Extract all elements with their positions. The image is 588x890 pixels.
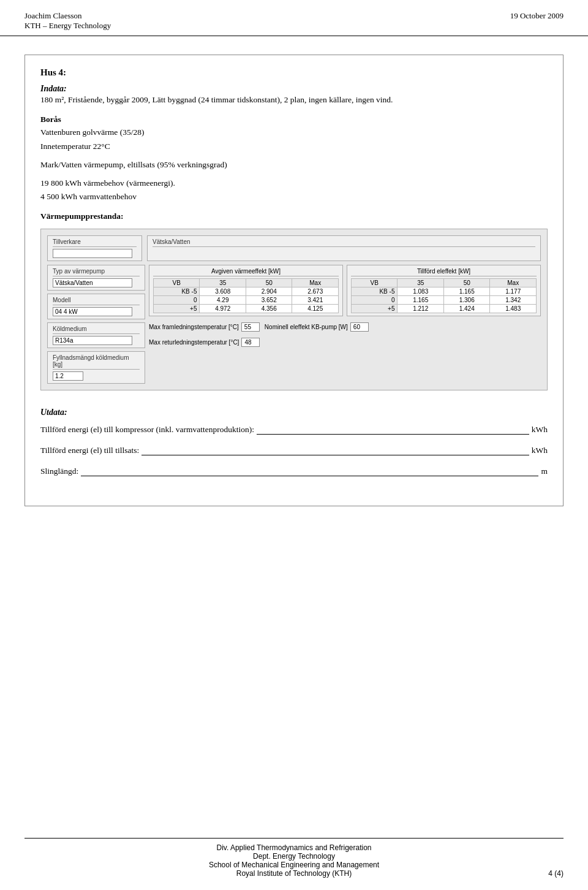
- max-framledning-input[interactable]: [241, 322, 260, 332]
- tills-kb-minus5-35: 1.083: [398, 287, 444, 295]
- footer-line3: School of Mechanical Engineering and Man…: [24, 861, 564, 869]
- line2-underline: [141, 455, 529, 455]
- tills-plus5-50: 1.424: [443, 304, 490, 313]
- tillfors-label: Tillförd eleffekt [kW]: [351, 268, 537, 276]
- hp-bottom-row-2: Max returledningstemperatur [°C]: [149, 338, 541, 347]
- avgiven-table: VB 35 50 Max KB -5 3.608: [153, 278, 339, 313]
- avg-0-50: 3.652: [246, 295, 292, 304]
- page-footer: Div. Applied Thermodynamics and Refriger…: [24, 838, 564, 878]
- tills-0-50: 1.306: [443, 295, 490, 304]
- typ-group: Typ av värmepump: [47, 265, 145, 291]
- col-50-avg: 50: [246, 278, 292, 287]
- spec-4: 19 800 kWh värmebehov (värmeenergi).: [40, 177, 548, 190]
- footer-line1: Div. Applied Thermodynamics and Refriger…: [24, 843, 564, 852]
- table-row: +5 1.212 1.424 1.483: [352, 304, 537, 313]
- hp-top-row: Tillverkare Vätska/Vatten: [47, 235, 541, 261]
- footer-line4: Royal Institute of Technology (KTH): [24, 869, 564, 878]
- tills-plus5-35: 1.212: [398, 304, 444, 313]
- avg-plus5-50: 4.356: [246, 304, 292, 313]
- max-framledning-label: Max framledningstemperatur [°C]: [149, 324, 239, 330]
- table-row: +5 4.972 4.356 4.125: [154, 304, 339, 313]
- row-kb-minus5-avg: KB -5: [154, 287, 200, 295]
- hp-left-panel: Typ av värmepump Modell Köldmedium Fylln…: [47, 265, 145, 384]
- intro-text: 180 m², Fristående, byggår 2009, Lätt by…: [40, 94, 548, 106]
- avg-0-35: 4.29: [200, 295, 246, 304]
- footer-line2: Dept. Energy Technology: [24, 852, 564, 861]
- table-row: KB -5 1.083 1.165 1.177: [352, 287, 537, 295]
- tillfors-table-group: Tillförd eleffekt [kW] VB 35 50 Max: [347, 265, 541, 316]
- fyllnadsmangd-group: Fyllnadsmängd köldmedium [kg]: [47, 351, 145, 384]
- typ-label: Typ av värmepump: [53, 268, 140, 276]
- line3-unit: m: [541, 466, 548, 476]
- avgiven-table-group: Avgiven värmeeffekt [kW] VB 35 50 Max: [149, 265, 343, 316]
- line2-unit: kWh: [532, 446, 548, 455]
- answer-line-2: Tillförd energi (el) till tillsats: kWh: [40, 446, 548, 455]
- line3-underline: [81, 476, 538, 476]
- max-framledning-field: Max framledningstemperatur [°C]: [149, 322, 260, 332]
- tills-0-max: 1.342: [490, 295, 537, 304]
- tillverkare-input[interactable]: [53, 249, 132, 258]
- row-kb-minus5-tills: KB -5: [352, 287, 398, 295]
- spec-3: Mark/Vatten värmepump, eltillsats (95% v…: [40, 158, 548, 172]
- row-plus5-avg: +5: [154, 304, 200, 313]
- avg-0-max: 3.421: [292, 295, 339, 304]
- col-max-tills: Max: [490, 278, 537, 287]
- max-returledning-input[interactable]: [241, 338, 260, 347]
- page-header: Joachim Claesson KTH – Energy Technology…: [0, 0, 588, 36]
- hp-center-right: Avgiven värmeeffekt [kW] VB 35 50 Max: [149, 265, 541, 384]
- institution-name: KTH – Energy Technology: [24, 21, 111, 31]
- vatska-vatten-label: Vätska/Vatten: [153, 238, 535, 247]
- tillverkare-label: Tillverkare: [53, 238, 137, 247]
- city-label: Borås: [40, 115, 548, 124]
- line1-unit: kWh: [532, 425, 548, 435]
- tills-kb-minus5-50: 1.165: [443, 287, 490, 295]
- col-35-avg: 35: [200, 278, 246, 287]
- hp-main-section: Typ av värmepump Modell Köldmedium Fylln…: [47, 265, 541, 384]
- avg-plus5-max: 4.125: [292, 304, 339, 313]
- fyllnadsmangd-input[interactable]: [53, 371, 83, 381]
- spec-1: Vattenburen golvvärme (35/28): [40, 126, 548, 139]
- col-max-avg: Max: [292, 278, 339, 287]
- spec-list: Vattenburen golvvärme (35/28) Innetemper…: [40, 126, 548, 203]
- col-35-tills: 35: [398, 278, 444, 287]
- avg-kb-minus5-50: 2.904: [246, 287, 292, 295]
- line3-text: Slinglängd:: [40, 466, 78, 476]
- answer-line-3: Slinglängd: m: [40, 466, 548, 476]
- modell-label: Modell: [53, 297, 140, 305]
- typ-input[interactable]: [53, 278, 132, 287]
- spec-5: 4 500 kWh varmvattenbehov: [40, 190, 548, 203]
- author-name: Joachim Claesson: [24, 11, 111, 21]
- koldmedium-input[interactable]: [53, 336, 132, 345]
- nominell-field: Nominell eleffekt KB-pump [W]: [265, 322, 369, 332]
- tills-plus5-max: 1.483: [490, 304, 537, 313]
- nominell-input[interactable]: [350, 322, 369, 332]
- koldmedium-label: Köldmedium: [53, 325, 140, 334]
- table-row: 0 1.165 1.306 1.342: [352, 295, 537, 304]
- row-0-tills: 0: [352, 295, 398, 304]
- line2-text: Tillförd energi (el) till tillsats:: [40, 446, 139, 455]
- col-vb-avg: VB: [154, 278, 200, 287]
- section-title: Hus 4:: [40, 67, 548, 78]
- heatpump-ui: Tillverkare Vätska/Vatten Typ av värmepu…: [40, 229, 548, 390]
- page-number: 4 (4): [548, 869, 564, 878]
- utdata-label: Utdata:: [40, 408, 548, 417]
- modell-group: Modell: [47, 294, 145, 319]
- col-50-tills: 50: [443, 278, 490, 287]
- header-left: Joachim Claesson KTH – Energy Technology: [24, 11, 111, 31]
- table-row: 0 4.29 3.652 3.421: [154, 295, 339, 304]
- tillverkare-group: Tillverkare: [47, 235, 142, 261]
- answer-line-1: Tillförd energi (el) till kompressor (in…: [40, 425, 548, 435]
- max-returledning-field: Max returledningstemperatur [°C]: [149, 338, 260, 347]
- vatska-vatten-group: Vätska/Vatten: [147, 235, 541, 261]
- col-vb-tills: VB: [352, 278, 398, 287]
- modell-input[interactable]: [53, 307, 132, 316]
- avg-kb-minus5-max: 2.673: [292, 287, 339, 295]
- hp-tables-row: Avgiven värmeeffekt [kW] VB 35 50 Max: [149, 265, 541, 316]
- tills-0-35: 1.165: [398, 295, 444, 304]
- indata-block: Indata: 180 m², Fristående, byggår 2009,…: [40, 84, 548, 106]
- indata-label: Indata:: [40, 84, 67, 93]
- table-row: KB -5 3.608 2.904 2.673: [154, 287, 339, 295]
- avg-kb-minus5-35: 3.608: [200, 287, 246, 295]
- fyllnadsmangd-label: Fyllnadsmängd köldmedium [kg]: [53, 354, 140, 370]
- avgiven-label: Avgiven värmeeffekt [kW]: [153, 268, 339, 276]
